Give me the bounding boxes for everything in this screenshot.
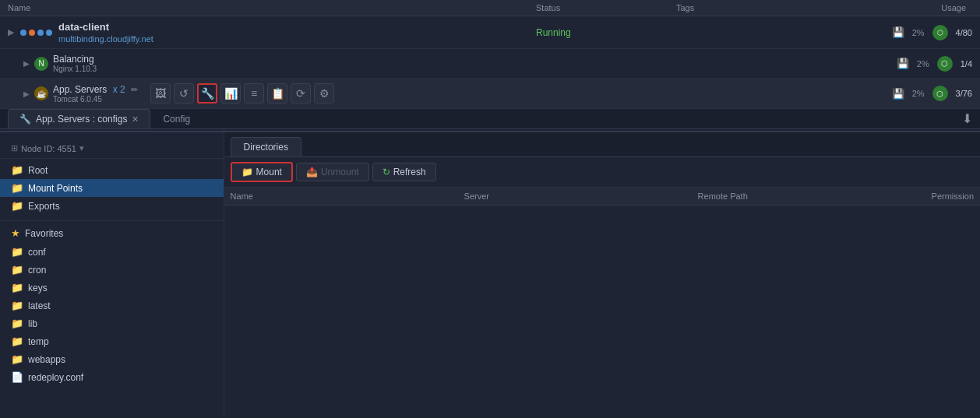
sidebar-item-keys[interactable]: 📁 keys <box>0 279 224 297</box>
sidebar-favorites-header: ★ Favorites <box>0 224 224 241</box>
toolbar-icon-stats[interactable]: 📊 <box>220 83 241 104</box>
env-url[interactable]: multibinding.cloudjiffy.net <box>58 34 153 44</box>
expand-arrow-balancing[interactable]: ▶ <box>23 59 30 68</box>
folder-icon-cron: 📁 <box>11 264 23 276</box>
env-usage: 💾 2% ⬡ 4/80 <box>816 25 972 40</box>
node-version-balancing: Nginx 1.10.3 <box>53 65 97 73</box>
dir-tab-directories[interactable]: Directories <box>231 137 301 156</box>
unmount-button[interactable]: 📤 Unmount <box>296 163 369 181</box>
refresh-button[interactable]: ↻ Refresh <box>372 163 436 181</box>
app-servers-toolbar: 🖼 ↺ 🔧 📊 ≡ 📋 ⟳ ⚙ <box>150 83 334 104</box>
col-tags: Tags <box>676 3 816 12</box>
node-title-balancing: Balancing <box>53 54 97 65</box>
node-id-label: Node ID: 4551 <box>21 144 76 153</box>
node-version-app: Tomcat 6.0.45 <box>53 95 138 104</box>
disk-icon-app: 💾 <box>892 88 904 100</box>
star-icon: ★ <box>11 227 20 239</box>
col-dir-name: Name <box>231 191 464 201</box>
usage-badge: ⬡ <box>932 25 948 40</box>
sidebar-item-exports[interactable]: 📁 Exports <box>0 197 224 215</box>
env-name-col: ▶ data-client multibinding.cloudjiffy.ne… <box>8 21 536 44</box>
env-color-dots <box>20 30 52 36</box>
bottom-tab-bar: 🔧 App. Servers : configs ✕ Config ⬇ <box>0 109 980 129</box>
toolbar-icon-image[interactable]: 🖼 <box>150 83 171 104</box>
tab-app-servers-configs[interactable]: 🔧 App. Servers : configs ✕ <box>8 109 150 128</box>
sidebar-item-exports-label: Exports <box>28 201 60 212</box>
sidebar-item-root-label: Root <box>28 165 48 176</box>
refresh-label: Refresh <box>393 167 426 177</box>
folder-icon-latest: 📁 <box>11 300 23 311</box>
usage-pct: 2% <box>912 28 925 37</box>
sidebar: ⊞ Node ID: 4551 ▾ 📁 Root 📁 Mount Points … <box>0 132 224 416</box>
mount-label: Mount <box>256 167 282 177</box>
main-content: Directories 📁 Mount 📤 Unmount ↻ Refresh … <box>224 132 980 416</box>
download-icon-area[interactable]: ⬇ <box>962 111 972 126</box>
node-id-chevron[interactable]: ▾ <box>79 143 84 153</box>
folder-icon-keys: 📁 <box>11 282 23 293</box>
grid-icon: ⊞ <box>11 143 18 153</box>
sidebar-item-redeploy[interactable]: 📄 redeploy.conf <box>0 368 224 386</box>
directories-tab-bar: Directories <box>224 132 980 157</box>
folder-icon-redeploy: 📄 <box>11 371 23 383</box>
tab-close-btn[interactable]: ✕ <box>132 114 139 125</box>
directories-content-area <box>224 205 980 416</box>
col-name: Name <box>8 3 536 12</box>
toolbar-icon-clone[interactable]: ↺ <box>174 83 194 104</box>
sidebar-item-latest[interactable]: 📁 latest <box>0 297 224 314</box>
sidebar-item-mount-points[interactable]: 📁 Mount Points <box>0 179 224 197</box>
toolbar-icon-log[interactable]: ≡ <box>244 83 264 104</box>
sidebar-item-cron[interactable]: 📁 cron <box>0 261 224 279</box>
mount-icon: 📁 <box>241 167 253 177</box>
folder-icon-webapps: 📁 <box>11 353 23 365</box>
col-status: Status <box>536 3 676 12</box>
sidebar-item-temp[interactable]: 📁 temp <box>0 332 224 350</box>
node-icon-app: ☕ <box>34 86 48 100</box>
env-row-app-servers[interactable]: ▶ ☕ App. Servers x 2 ✏ Tomcat 6.0.45 🖼 ↺… <box>0 79 980 109</box>
folder-icon-mount: 📁 <box>11 182 23 194</box>
toolbar-icon-deploy[interactable]: 📋 <box>267 83 287 104</box>
sidebar-favorites-section: 📁 conf 📁 cron 📁 keys 📁 latest 📁 lib 📁 <box>0 241 224 388</box>
wrench-tab-icon: 🔧 <box>19 114 31 125</box>
sidebar-item-conf[interactable]: 📁 conf <box>0 243 224 261</box>
usage-text: 4/80 <box>956 28 972 37</box>
favorites-label: Favorites <box>25 228 63 239</box>
sidebar-item-webapps[interactable]: 📁 webapps <box>0 350 224 368</box>
env-row-balancing[interactable]: ▶ N Balancing Nginx 1.10.3 💾 2% ⬡ 1/4 <box>0 49 980 79</box>
node-icon-balancing: N <box>34 57 48 71</box>
tab-config[interactable]: Config <box>152 110 201 128</box>
col-dir-permission: Permission <box>932 191 974 201</box>
folder-icon-temp: 📁 <box>11 335 23 347</box>
sidebar-item-lib[interactable]: 📁 lib <box>0 314 224 332</box>
node-id-selector[interactable]: ⊞ Node ID: 4551 ▾ <box>0 139 224 159</box>
env-row-data-client[interactable]: ▶ data-client multibinding.cloudjiffy.ne… <box>0 16 980 49</box>
table-header: Name Status Tags Usage <box>0 0 980 16</box>
expand-arrow[interactable]: ▶ <box>8 27 14 37</box>
sidebar-item-root[interactable]: 📁 Root <box>0 161 224 179</box>
toolbar-icon-settings[interactable]: ⚙ <box>314 83 334 104</box>
toolbar-icon-restart[interactable]: ⟳ <box>291 83 311 104</box>
toolbar-icon-config[interactable]: 🔧 <box>197 83 217 104</box>
unmount-icon: 📤 <box>306 167 318 177</box>
disk-icon-b: 💾 <box>897 58 909 69</box>
action-bar: 📁 Mount 📤 Unmount ↻ Refresh <box>224 157 980 188</box>
balancing-usage: 💾 2% ⬡ 1/4 <box>816 56 972 72</box>
sidebar-section-main: 📁 Root 📁 Mount Points 📁 Exports <box>0 159 224 217</box>
mount-button[interactable]: 📁 Mount <box>231 162 293 182</box>
usage-pct-b: 2% <box>917 59 929 68</box>
sidebar-item-mount-label: Mount Points <box>28 183 83 194</box>
environment-list: ▶ data-client multibinding.cloudjiffy.ne… <box>0 16 980 109</box>
app-count: x 2 <box>113 84 125 95</box>
env-name: data-client <box>58 21 153 33</box>
usage-badge-app: ⬡ <box>932 86 948 101</box>
node-info-balancing: Balancing Nginx 1.10.3 <box>53 54 97 73</box>
folder-icon-root: 📁 <box>11 164 23 176</box>
node-title-app: App. Servers x 2 ✏ <box>53 84 138 95</box>
col-dir-server: Server <box>464 191 698 201</box>
bottom-panel: ⊞ Node ID: 4551 ▾ 📁 Root 📁 Mount Points … <box>0 131 980 416</box>
edit-icon[interactable]: ✏ <box>131 85 138 94</box>
directories-table-header: Name Server Remote Path Permission <box>224 188 980 205</box>
node-info-app: App. Servers x 2 ✏ Tomcat 6.0.45 <box>53 84 138 104</box>
expand-arrow-app[interactable]: ▶ <box>23 90 30 98</box>
env-status: Running <box>536 27 676 38</box>
usage-text-app: 3/76 <box>956 89 972 98</box>
